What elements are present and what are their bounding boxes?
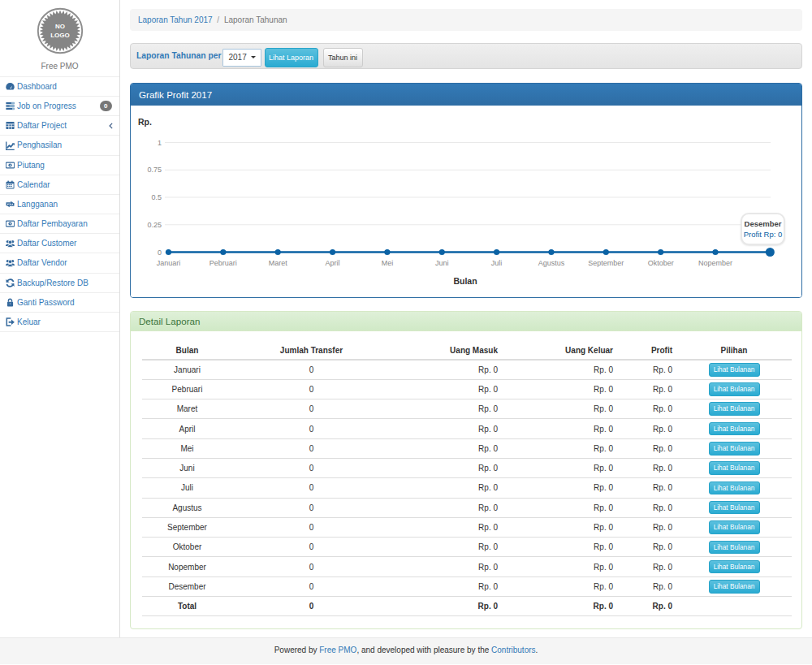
- svg-text:Mei: Mei: [382, 259, 394, 267]
- svg-text:Januari: Januari: [157, 259, 181, 267]
- svg-text:Maret: Maret: [269, 259, 288, 267]
- svg-text:Pebruari: Pebruari: [209, 259, 237, 267]
- svg-text:0.5: 0.5: [151, 193, 162, 201]
- svg-text:Oktober: Oktober: [648, 259, 674, 267]
- svg-text:1: 1: [158, 139, 162, 147]
- svg-text:0: 0: [158, 248, 162, 257]
- svg-text:NO: NO: [55, 23, 65, 30]
- svg-text:Agustus: Agustus: [538, 259, 565, 267]
- svg-text:Nopember: Nopember: [698, 259, 732, 267]
- svg-text:September: September: [588, 259, 624, 267]
- svg-text:0.75: 0.75: [147, 166, 162, 174]
- svg-text:LOGO: LOGO: [50, 32, 70, 39]
- svg-text:0.25: 0.25: [147, 221, 162, 229]
- svg-text:Rp.: Rp.: [138, 117, 152, 127]
- svg-text:Juli: Juli: [491, 259, 503, 267]
- svg-text:Bulan: Bulan: [453, 276, 477, 286]
- svg-text:April: April: [326, 259, 340, 267]
- svg-text:Juni: Juni: [435, 259, 449, 267]
